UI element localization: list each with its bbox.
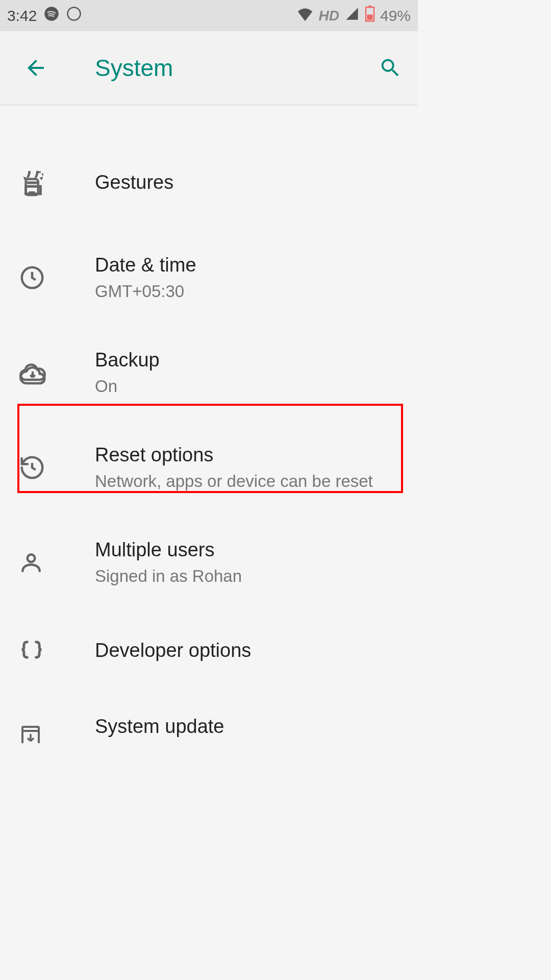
item-subtitle: Updated to Android 9 <box>95 743 402 743</box>
battery-icon <box>365 6 375 26</box>
cloud-download-icon <box>18 358 74 387</box>
item-title: Multiple users <box>95 538 402 562</box>
person-icon <box>18 550 74 575</box>
list-item-backup[interactable]: Backup On <box>0 325 418 420</box>
item-subtitle: GMT+05:30 <box>95 281 402 302</box>
status-bar-right: HD 49% <box>296 6 411 26</box>
status-bar: 3:42 HD 49% <box>0 0 418 31</box>
status-bar-left: 3:42 <box>7 6 82 25</box>
item-title: System update <box>95 715 402 739</box>
list-item-reset-options[interactable]: Reset options Network, apps or device ca… <box>0 420 418 515</box>
system-update-icon <box>18 725 74 743</box>
svg-rect-6 <box>29 191 35 193</box>
clock-icon <box>18 264 74 291</box>
clock-time: 3:42 <box>7 7 37 24</box>
item-title: Reset options <box>95 444 402 467</box>
list-item-system-update[interactable]: System update Updated to Android 9 <box>0 692 418 743</box>
item-title: Date & time <box>95 254 402 277</box>
gestures-icon <box>18 168 74 198</box>
list-item-date-time[interactable]: Date & time GMT+05:30 <box>0 230 418 325</box>
svg-point-1 <box>68 8 81 20</box>
list-item-multiple-users[interactable]: Multiple users Signed in as Rohan <box>0 515 418 610</box>
svg-point-8 <box>28 554 35 562</box>
settings-list[interactable]: Gestures Date & time GMT+05:30 Backup On… <box>0 105 418 743</box>
svg-rect-4 <box>367 15 372 20</box>
wifi-icon <box>296 6 314 25</box>
search-button[interactable] <box>378 56 403 80</box>
item-subtitle: Network, apps or device can be reset <box>95 471 402 492</box>
page-title: System <box>95 54 378 82</box>
cellular-signal-icon <box>344 7 360 24</box>
list-item-developer-options[interactable]: Developer options <box>0 610 418 692</box>
spotify-icon <box>44 6 59 25</box>
list-item-gestures[interactable]: Gestures <box>0 135 418 230</box>
item-subtitle: On <box>95 376 402 397</box>
item-title: Developer options <box>95 639 402 663</box>
circle-icon <box>66 6 82 25</box>
item-title: Gestures <box>95 171 402 194</box>
list-item-partial[interactable] <box>0 105 418 135</box>
back-button[interactable] <box>23 56 48 80</box>
item-subtitle: Signed in as Rohan <box>95 566 402 586</box>
hd-indicator: HD <box>319 8 339 24</box>
restore-icon <box>18 454 74 481</box>
braces-icon <box>18 638 74 664</box>
item-title: Backup <box>95 349 402 372</box>
battery-percentage: 49% <box>380 7 411 24</box>
app-bar: System <box>0 31 418 105</box>
